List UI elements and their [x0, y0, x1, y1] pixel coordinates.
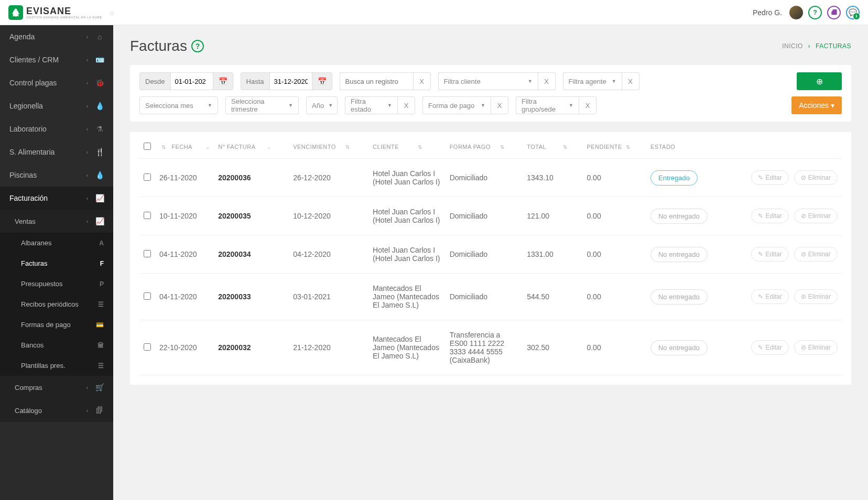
- delete-button[interactable]: ⊘ Eliminar: [794, 247, 838, 262]
- list-icon: ☰: [98, 301, 104, 308]
- avatar[interactable]: [789, 6, 803, 19]
- delete-button[interactable]: ⊘ Eliminar: [794, 340, 838, 355]
- select-all-checkbox[interactable]: [144, 143, 151, 150]
- clear-agent-button[interactable]: X: [622, 72, 639, 90]
- list-icon: ☰: [98, 362, 104, 369]
- clear-estado-button[interactable]: X: [397, 96, 415, 114]
- sidebar-item-legionella[interactable]: Legionella ‹ 💧: [0, 94, 113, 117]
- col-vencimiento[interactable]: VENCIMIENTO ⇅: [289, 135, 368, 159]
- id-card-icon: 🪪: [95, 56, 104, 64]
- cell-factura: 20200036: [214, 159, 289, 197]
- chevron-left-icon: ‹: [86, 172, 88, 178]
- col-estado: ESTADO: [646, 135, 726, 159]
- edit-button[interactable]: ✎ Editar: [751, 170, 788, 185]
- edit-button[interactable]: ✎ Editar: [751, 209, 788, 223]
- row-checkbox[interactable]: [144, 212, 151, 219]
- help-icon[interactable]: ?: [808, 6, 822, 19]
- sidebar-item-formas-pago[interactable]: Formas de pago 💳: [0, 314, 113, 335]
- col-factura[interactable]: Nº FACTURA ⌄: [214, 135, 289, 159]
- delete-button[interactable]: ⊘ Eliminar: [794, 170, 838, 185]
- sidebar-item-laboratorio[interactable]: Laboratorio ‹ ⚗: [0, 117, 113, 140]
- filter-quarter-select[interactable]: Selecciona trimestre ▼: [225, 96, 299, 114]
- sidebar-item-clientes[interactable]: Clientes / CRM ‹ 🪪: [0, 48, 113, 71]
- filter-grupo-select[interactable]: Filtra grupo/sede ▼: [516, 96, 579, 114]
- ban-icon: ⊘: [801, 251, 806, 258]
- breadcrumb-home[interactable]: INICIO: [782, 42, 803, 50]
- page-header: Facturas ? INICIO › FACTURAS: [130, 38, 851, 55]
- date-from-input[interactable]: [171, 73, 213, 90]
- sidebar-item-recibos[interactable]: Recibos periódicos ☰: [0, 294, 113, 314]
- acciones-button[interactable]: Acciones ▾: [791, 96, 842, 114]
- status-badge[interactable]: No entregado: [650, 289, 708, 305]
- calendar-icon[interactable]: 📅: [312, 73, 332, 90]
- sidebar-item-albaranes[interactable]: Albaranes A: [0, 233, 113, 253]
- filter-year-select[interactable]: Año ▼: [306, 96, 338, 114]
- status-badge[interactable]: Entregado: [650, 170, 698, 186]
- caret-down-icon: ▼: [387, 103, 392, 108]
- filter-pago-select[interactable]: Forma de pago ▼: [422, 96, 491, 114]
- edit-icon: ✎: [758, 293, 763, 300]
- row-checkbox[interactable]: [144, 292, 151, 300]
- gift-icon[interactable]: ⛘: [827, 6, 841, 19]
- filter-estado-select[interactable]: Filtra estado ▼: [345, 96, 397, 114]
- filter-panel: Desde 📅 Hasta 📅 X Filtra cliente ▼: [130, 65, 851, 122]
- search-input[interactable]: [340, 72, 413, 90]
- sidebar-item-facturacion[interactable]: Facturación ‹ 📈: [0, 187, 113, 210]
- sidebar-item-piscinas[interactable]: Piscinas ‹ 💧: [0, 164, 113, 187]
- clear-grupo-button[interactable]: X: [579, 96, 596, 114]
- status-badge[interactable]: No entregado: [650, 340, 708, 355]
- sidebar-item-facturas[interactable]: Facturas F: [0, 253, 113, 274]
- date-to-input[interactable]: [270, 73, 312, 90]
- edit-button[interactable]: ✎ Editar: [751, 247, 788, 262]
- filter-month-select[interactable]: Selecciona mes ▼: [139, 96, 218, 114]
- brand-logo[interactable]: EVISANE GESTIÓN SANIDAD AMBIENTAL EN LA …: [8, 5, 102, 20]
- sidebar-item-ventas[interactable]: Ventas ‹ 📈: [0, 210, 113, 233]
- cell-estado: Entregado: [646, 159, 726, 197]
- cell-fecha: 26-11-2020: [155, 159, 214, 197]
- delete-button[interactable]: ⊘ Eliminar: [794, 209, 838, 223]
- help-icon[interactable]: ?: [191, 40, 204, 52]
- cell-vencimiento: 26-12-2020: [289, 159, 368, 197]
- col-pendiente[interactable]: PENDIENTE ⇅: [582, 135, 646, 159]
- status-badge[interactable]: No entregado: [650, 247, 708, 262]
- cell-actions: ✎ Editar ⊘ Eliminar: [726, 320, 842, 375]
- cell-factura: 20200032: [214, 320, 289, 375]
- sidebar-item-agenda[interactable]: Agenda ‹ ⌂: [0, 25, 113, 48]
- edit-button[interactable]: ✎ Editar: [751, 340, 788, 355]
- chat-icon[interactable]: 💬 1: [846, 6, 860, 19]
- status-badge[interactable]: No entregado: [650, 209, 708, 224]
- cell-pendiente: 0.00: [582, 197, 646, 235]
- clear-pago-button[interactable]: X: [491, 96, 508, 114]
- sidebar-item-control-plagas[interactable]: Control plagas ‹ 🐞: [0, 71, 113, 94]
- row-checkbox[interactable]: [144, 250, 151, 257]
- col-forma-pago[interactable]: FORMA PAGO ⇅: [446, 135, 523, 159]
- cell-cliente: Hotel Juan Carlos I (Hotel Juan Carlos I…: [368, 235, 446, 274]
- sidebar-item-presupuestos[interactable]: Presupuestos P: [0, 274, 113, 294]
- sun-icon[interactable]: ☼: [108, 8, 115, 17]
- clear-search-button[interactable]: X: [413, 72, 431, 90]
- sidebar-item-bancos[interactable]: Bancos 🏛: [0, 335, 113, 355]
- row-checkbox[interactable]: [144, 343, 151, 351]
- filter-agent-select[interactable]: Filtra agente ▼: [563, 72, 622, 90]
- sidebar: Agenda ‹ ⌂ Clientes / CRM ‹ 🪪 Control pl…: [0, 25, 113, 500]
- cell-pendiente: 0.00: [582, 274, 646, 320]
- chevron-left-icon: ‹: [86, 80, 88, 86]
- col-cliente[interactable]: CLIENTE ⇅: [368, 135, 446, 159]
- sidebar-item-plantillas[interactable]: Plantillas pres. ☰: [0, 355, 113, 376]
- cell-factura: 20200034: [214, 235, 289, 274]
- delete-button[interactable]: ⊘ Eliminar: [794, 289, 838, 304]
- ban-icon: ⊘: [801, 174, 806, 181]
- filter-client-select[interactable]: Filtra cliente ▼: [438, 72, 538, 90]
- clear-client-button[interactable]: X: [538, 72, 556, 90]
- table-row: 04-11-2020 20200034 04-12-2020 Hotel Jua…: [139, 235, 842, 274]
- row-checkbox[interactable]: [144, 173, 151, 181]
- sidebar-item-catalogo[interactable]: Catálogo ‹ 🗐: [0, 399, 113, 422]
- col-total[interactable]: TOTAL ⇅: [523, 135, 582, 159]
- edit-button[interactable]: ✎ Editar: [751, 289, 788, 304]
- sidebar-item-salimentaria[interactable]: S. Alimentaria ‹ 🍴: [0, 140, 113, 164]
- cell-fecha: 22-10-2020: [155, 320, 214, 375]
- add-button[interactable]: ⊕: [797, 72, 842, 90]
- col-fecha[interactable]: ⇅ FECHA ⌄: [155, 135, 214, 159]
- calendar-icon[interactable]: 📅: [213, 73, 233, 90]
- sidebar-item-compras[interactable]: Compras ‹ 🛒: [0, 376, 113, 399]
